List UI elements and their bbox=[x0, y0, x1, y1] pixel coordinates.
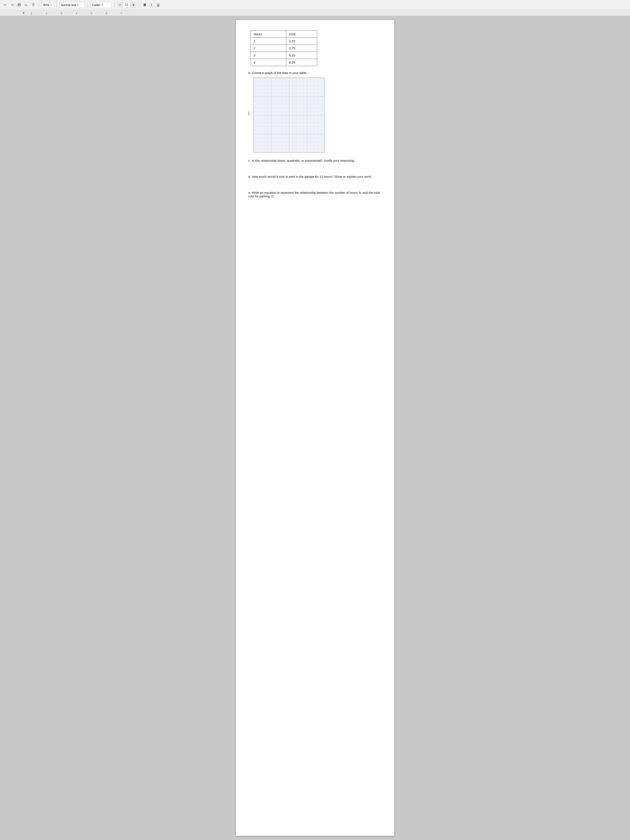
table-cell-hours: 3 bbox=[251, 52, 286, 59]
svg-text:5: 5 bbox=[91, 12, 92, 14]
italic-button[interactable]: I bbox=[148, 2, 155, 8]
document-area: Hours Cost 12.2523.7535.2546.75 b. Creat… bbox=[0, 16, 630, 840]
table-cell-cost: 3.75 bbox=[286, 45, 317, 52]
graph-svg bbox=[254, 78, 325, 153]
divider-4 bbox=[114, 2, 115, 8]
table-row: 23.75 bbox=[251, 45, 317, 52]
font-label: Calibri bbox=[92, 3, 100, 7]
divider-1 bbox=[39, 2, 39, 8]
svg-rect-25 bbox=[254, 78, 325, 153]
format-buttons: B I U bbox=[142, 2, 161, 8]
font-arrow: ▼ bbox=[101, 4, 103, 6]
style-arrow: ▼ bbox=[77, 4, 79, 6]
style-dropdown[interactable]: Normal text ▼ bbox=[60, 2, 85, 8]
zoom-dropdown[interactable]: 80% ▼ bbox=[42, 2, 54, 8]
zoom-arrow: ▼ bbox=[50, 4, 52, 6]
zoom-label: 80% bbox=[43, 3, 49, 7]
svg-rect-5 bbox=[0, 10, 630, 16]
print-icon[interactable] bbox=[17, 3, 22, 8]
increase-font-button[interactable]: + bbox=[131, 3, 136, 8]
undo-icon[interactable]: ↩ bbox=[3, 3, 8, 8]
data-table: Hours Cost 12.2523.7535.2546.75 bbox=[250, 30, 317, 66]
table-row: 46.75 bbox=[251, 59, 317, 66]
table-cell-hours: 1 bbox=[251, 38, 286, 45]
table-cell-cost: 2.25 bbox=[286, 38, 317, 45]
font-size-display[interactable]: 11 bbox=[123, 2, 130, 8]
graph-grid[interactable] bbox=[254, 77, 324, 153]
table-cell-hours: 4 bbox=[251, 59, 286, 66]
ruler: 1 2 3 4 5 6 7 bbox=[0, 10, 630, 16]
divider-5 bbox=[139, 2, 139, 8]
table-row: 12.25 bbox=[251, 38, 317, 45]
font-size-controls: − 11 + bbox=[117, 2, 136, 8]
table-cell-cost: 5.25 bbox=[286, 52, 317, 59]
cursor-indicator: | bbox=[248, 111, 249, 115]
toolbar: ↩ ↪ A 80% ▼ Normal text ▼ C bbox=[0, 0, 630, 10]
table-cell-hours: 2 bbox=[251, 45, 286, 52]
table-row: 35.25 bbox=[251, 52, 317, 59]
svg-text:2: 2 bbox=[46, 12, 47, 14]
question-c-label: c. Is this relationship linear, quadrati… bbox=[248, 159, 382, 162]
document-page: Hours Cost 12.2523.7535.2546.75 b. Creat… bbox=[236, 20, 394, 836]
table-header-cost: Cost bbox=[286, 31, 317, 38]
svg-text:A: A bbox=[24, 3, 26, 6]
question-b-label: b. Create a graph of the data in your ta… bbox=[248, 71, 382, 74]
style-label: Normal text bbox=[61, 3, 76, 7]
question-e-label: e. Write an equation to represent the re… bbox=[248, 191, 382, 198]
table-cell-cost: 6.75 bbox=[286, 59, 317, 66]
decrease-font-button[interactable]: − bbox=[117, 3, 123, 8]
font-dropdown[interactable]: Calibri ▼ bbox=[91, 2, 112, 8]
question-d-label: d. How much would it cost to park in the… bbox=[248, 175, 382, 178]
redo-icon[interactable]: ↪ bbox=[9, 3, 14, 8]
svg-text:1: 1 bbox=[31, 12, 32, 14]
bold-button[interactable]: B bbox=[142, 2, 148, 8]
svg-text:4: 4 bbox=[76, 12, 77, 14]
svg-rect-2 bbox=[18, 5, 20, 6]
svg-text:7: 7 bbox=[121, 12, 122, 14]
format-paint-icon[interactable] bbox=[31, 3, 36, 8]
svg-text:6: 6 bbox=[106, 12, 107, 14]
underline-button[interactable]: U bbox=[155, 2, 161, 8]
svg-rect-4 bbox=[33, 3, 34, 5]
divider-3 bbox=[87, 2, 88, 8]
minus-icon: − bbox=[119, 3, 121, 7]
spellcheck-icon[interactable]: A bbox=[24, 3, 29, 8]
table-header-hours: Hours bbox=[251, 31, 286, 38]
svg-text:3: 3 bbox=[61, 12, 62, 14]
plus-icon: + bbox=[132, 3, 134, 7]
